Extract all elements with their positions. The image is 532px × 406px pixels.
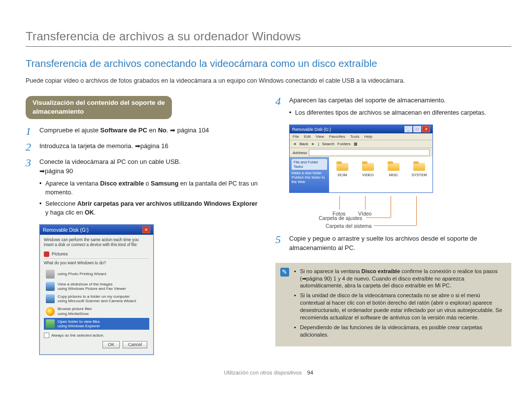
- open-folder-icon: [46, 319, 55, 328]
- pill-line1: Visualización del contenido del soporte …: [33, 99, 165, 106]
- s3-bullet2: Seleccione Abrir carpetas para ver archi…: [39, 199, 262, 217]
- explorer-window: Removable Disk (G:) _ □ ✕ File Edit View…: [289, 125, 433, 193]
- pictures-icon: [44, 251, 49, 257]
- monitor-icon: [46, 282, 55, 291]
- step-2-text: Introduzca la tarjeta de memoria. ➡págin…: [39, 142, 168, 151]
- s1-post: . ➡ página 104: [166, 126, 209, 134]
- back-button[interactable]: Back: [299, 142, 308, 146]
- autoplay-desc: Windows can perform the same action each…: [44, 238, 149, 248]
- ok-button[interactable]: OK: [102, 341, 120, 348]
- explorer-titlebar: Removable Disk (G:) _ □ ✕: [290, 125, 432, 133]
- autoplay-option-print[interactable]: using Photo Printing Wizard: [44, 268, 149, 280]
- printer-icon: [46, 270, 55, 279]
- folder-icon: [335, 161, 349, 172]
- intro-paragraph: Puede copiar vídeo o archivos de fotos g…: [26, 76, 511, 85]
- step-3-number: 3: [26, 157, 34, 168]
- section-title: Transferencia de archivos conectando la …: [26, 58, 511, 69]
- s4-text: Aparecen las carpetas del soporte de alm…: [289, 96, 446, 104]
- folder-dcim[interactable]: DCIM: [334, 161, 351, 177]
- folder-video[interactable]: VIDEO: [360, 161, 376, 177]
- title-rule: [26, 46, 511, 47]
- note-icon: [280, 268, 289, 277]
- menu-view[interactable]: View: [316, 134, 324, 139]
- folder-system[interactable]: SYSTEM: [411, 161, 428, 177]
- menu-help[interactable]: Help: [364, 134, 372, 139]
- step-4-number: 4: [275, 96, 284, 107]
- mediashow-icon: [46, 307, 55, 316]
- search-button[interactable]: Search: [322, 142, 334, 146]
- close-icon[interactable]: ✕: [142, 226, 150, 233]
- step-5: 5 Copie y pegue o arrastre y suelte los …: [275, 234, 511, 253]
- menu-favorites[interactable]: Favorites: [329, 134, 345, 139]
- step-3: 3 Conecte la videocámara al PC con un ca…: [26, 157, 262, 219]
- cancel-button[interactable]: Cancel: [123, 341, 147, 348]
- footer-page-number: 94: [307, 370, 313, 375]
- left-column: Visualización del contenido del soporte …: [26, 96, 262, 355]
- close-icon[interactable]: ✕: [422, 126, 430, 132]
- footer-section: Utilización con otros dispositivos: [224, 370, 301, 375]
- autoplay-title: Removable Disk (G:): [43, 227, 89, 233]
- maximize-icon[interactable]: □: [413, 126, 421, 132]
- autoplay-option-browse[interactable]: Browse picture filesusing MediaShow: [44, 305, 149, 317]
- explorer-toolbar[interactable]: ◄ Back ► | Search Folders ▦: [290, 140, 432, 148]
- pill-line2: almacenamiento: [33, 108, 84, 115]
- note-item-3: Dependiendo de las funciones de la video…: [294, 324, 504, 339]
- folder-icon: [387, 161, 400, 172]
- back-icon[interactable]: ◄: [293, 142, 297, 146]
- step-5-number: 5: [275, 234, 284, 245]
- menu-edit[interactable]: Edit: [304, 134, 311, 139]
- step-2-number: 2: [26, 142, 34, 153]
- right-column: 4 Aparecen las carpetas del soporte de a…: [275, 96, 511, 346]
- page-title: Transferencia de archivos a su ordenador…: [26, 30, 511, 43]
- s4-bullet: Los diferentes tipos de archivos se alma…: [289, 108, 486, 117]
- note-item-1: Si no aparece la ventana Disco extraíble…: [294, 268, 504, 290]
- callout-sistema: Carpeta del sistema: [326, 223, 371, 229]
- s1-bold1: Software de PC: [100, 126, 147, 134]
- address-input[interactable]: [309, 149, 430, 156]
- step-1-number: 1: [26, 126, 34, 137]
- side-tasks-header: File and Folder Tasks: [292, 159, 327, 170]
- explorer-addressbar[interactable]: Address: [290, 148, 432, 157]
- checkbox-icon[interactable]: [44, 333, 49, 338]
- s3-text: Conecte la videocámara al PC con un cabl…: [39, 158, 181, 165]
- autoplay-pictures-row: Pictures: [44, 250, 149, 259]
- views-icon[interactable]: ▦: [354, 142, 358, 146]
- folders-button[interactable]: Folders: [337, 142, 351, 146]
- autoplay-option-openfolder[interactable]: Open folder to view filesusing Windows E…: [44, 318, 149, 330]
- folder-icon: [361, 161, 375, 172]
- step-2: 2 Introduzca la tarjeta de memoria. ➡pág…: [26, 142, 262, 153]
- subsection-pill: Visualización del contenido del soporte …: [26, 96, 172, 119]
- s1-pre: Compruebe el ajuste: [39, 126, 100, 134]
- note-item-2: Si la unidad de disco de la videocámara …: [294, 292, 504, 321]
- callout-ajustes: Carpeta de ajustes: [319, 215, 362, 221]
- autoplay-prompt: What do you want Windows to do?: [44, 261, 149, 266]
- page-footer: Utilización con otros dispositivos 94: [26, 370, 511, 375]
- side-link-publish[interactable]: Publish this folder to the Web: [292, 175, 327, 184]
- s3-bullet1: Aparece la ventana Disco extraíble o Sam…: [39, 179, 262, 197]
- step-5-text: Copie y pegue o arrastre y suelte los ar…: [289, 234, 511, 253]
- menu-tools[interactable]: Tools: [350, 134, 360, 139]
- minimize-icon[interactable]: _: [404, 126, 412, 132]
- folder-icon: [412, 161, 426, 172]
- side-link-new-folder[interactable]: Make a new folder: [292, 171, 327, 175]
- autoplay-titlebar: Removable Disk (G:) ✕: [40, 225, 153, 235]
- forward-icon[interactable]: ►: [311, 142, 315, 146]
- s1-bold2: No: [158, 126, 166, 134]
- autoplay-option-copy[interactable]: Copy pictures to a folder on my computer…: [44, 293, 149, 305]
- folder-misc[interactable]: MISC: [385, 161, 402, 177]
- note-box: Si no aparece la ventana Disco extraíble…: [275, 263, 511, 347]
- explorer-side-panel: File and Folder Tasks Make a new folder …: [290, 157, 329, 192]
- menu-file[interactable]: File: [293, 134, 299, 139]
- scanner-icon: [46, 294, 55, 303]
- explorer-menubar[interactable]: File Edit View Favorites Tools Help: [290, 133, 432, 140]
- autoplay-option-slideshow[interactable]: View a slideshow of the imagesusing Wind…: [44, 281, 149, 292]
- s3-cont: ➡página 90: [39, 167, 73, 175]
- s1-mid: en: [147, 126, 158, 134]
- step-1: 1 Compruebe el ajuste Software de PC en …: [26, 126, 262, 137]
- step-4: 4 Aparecen las carpetas del soporte de a…: [275, 96, 511, 120]
- autoplay-dialog: Removable Disk (G:) ✕ Windows can perfor…: [39, 224, 154, 355]
- autoplay-always-checkbox[interactable]: Always do the selected action.: [44, 333, 149, 338]
- explorer-content: DCIM VIDEO MISC SYSTEM: [329, 157, 432, 192]
